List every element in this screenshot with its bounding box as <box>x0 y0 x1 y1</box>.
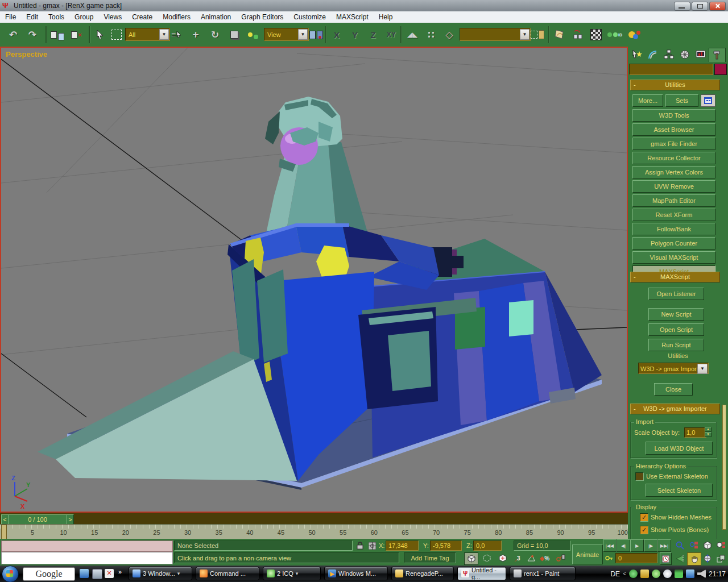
tab-create-icon[interactable] <box>629 48 645 61</box>
menu-item-8[interactable]: Graph Editors <box>236 12 288 23</box>
select-skeleton-button[interactable]: Select Skeleton <box>646 484 713 497</box>
redo-button[interactable]: ↷ <box>24 26 41 43</box>
time-next-button[interactable]: > <box>67 514 74 525</box>
angle-snap-triangle-icon[interactable] <box>524 552 537 564</box>
x-coord-field[interactable]: 17,348 <box>386 541 419 551</box>
restrict-z-button[interactable]: Z <box>365 26 381 43</box>
z-coord-field[interactable]: 0,0 <box>473 541 502 551</box>
menu-item-10[interactable]: MAXScript <box>331 12 374 23</box>
tab-utilities-icon[interactable] <box>709 48 726 62</box>
tab-display-icon[interactable] <box>693 48 709 61</box>
taskbar-button-1[interactable]: Command ... <box>196 567 259 580</box>
playback-button-3[interactable]: |▶ <box>644 539 657 552</box>
angle-snap-icon[interactable]: ◞3 <box>511 552 524 564</box>
taskbar-button-4[interactable]: RenegadeP... <box>391 567 454 580</box>
time-slider-track[interactable]: < 0 / 100 > <box>0 513 628 525</box>
viewport-canvas[interactable]: Z Y X <box>1 48 627 512</box>
start-button[interactable] <box>2 566 19 582</box>
restrict-y-button[interactable]: Y <box>347 26 363 43</box>
select-by-name-icon[interactable]: ≡ <box>168 26 184 43</box>
dropdown-arrow-icon[interactable]: ▼ <box>520 29 530 40</box>
track-view-icon[interactable] <box>552 26 568 43</box>
volume-tray-icon[interactable] <box>697 569 706 578</box>
track-bar[interactable]: 5101520253035404550556065707580859095100 <box>0 524 628 539</box>
menu-item-5[interactable]: Create <box>127 12 158 23</box>
close-utility-button[interactable]: Close <box>654 383 693 396</box>
playback-button-0[interactable]: |◀◀ <box>603 539 617 552</box>
utilities-rollout-header[interactable]: -Utilities <box>630 80 720 90</box>
show-hidden-meshes-checkbox[interactable]: ✓ <box>640 513 648 522</box>
update-tray-icon[interactable] <box>629 569 638 578</box>
snap-toggle-3d-icon[interactable] <box>464 552 478 565</box>
time-slider-button[interactable]: 0 / 100 <box>8 514 67 525</box>
dropdown-arrow-icon[interactable]: ▼ <box>298 29 308 40</box>
clock[interactable]: 21:17 <box>709 570 726 578</box>
utility-button-4[interactable]: Assign Vertex Colors <box>632 166 715 178</box>
unlink-icon[interactable]: ✕ <box>68 26 85 43</box>
playback-button-1[interactable]: ◀| <box>617 539 630 552</box>
reference-coordinate-dropdown[interactable]: View▼ <box>264 28 309 41</box>
utility-button-3[interactable]: Resource Collector <box>632 152 715 164</box>
dropdown-arrow-icon[interactable]: ▼ <box>159 29 169 40</box>
utility-button-1[interactable]: Asset Browser <box>632 123 715 136</box>
restrict-xy-plane-button[interactable]: XY <box>383 26 399 43</box>
load-w3d-button[interactable]: Load W3D Object <box>646 442 713 455</box>
pan-view-icon[interactable] <box>687 552 701 566</box>
dropdown-arrow-icon[interactable]: ▼ <box>697 364 708 374</box>
signal-tray-icon[interactable] <box>675 569 683 578</box>
min-max-toggle-icon[interactable] <box>714 552 727 564</box>
menu-item-7[interactable]: Animation <box>196 12 236 23</box>
maxscript-button-3[interactable]: Run Script <box>648 339 704 351</box>
viewport-label[interactable]: Perspective <box>6 50 47 59</box>
restore-button[interactable] <box>692 2 708 11</box>
importer-rollout-header[interactable]: -W3D -> gmax Importer <box>630 404 720 414</box>
playback-button-4[interactable]: ▶▶| <box>657 539 671 552</box>
select-and-scale-icon[interactable] <box>226 26 242 43</box>
utility-button-10[interactable]: Visual MAXScript <box>632 251 715 264</box>
menu-item-4[interactable]: Views <box>98 12 127 23</box>
macro-recorder-field[interactable] <box>1 541 173 552</box>
render-scene-icon[interactable]: ID <box>606 26 623 43</box>
maxscript-rollout-header[interactable]: -MAXScript <box>630 272 720 282</box>
utility-button-6[interactable]: MapPath Editor <box>632 194 715 207</box>
key-mode-icon[interactable] <box>604 553 614 563</box>
more-button[interactable]: More... <box>632 94 663 107</box>
use-external-skeleton-checkbox[interactable] <box>635 472 644 481</box>
listener-input-field[interactable] <box>1 552 173 564</box>
utility-button-2[interactable]: gmax File Finder <box>632 138 715 150</box>
show-desktop-icon[interactable] <box>80 569 89 578</box>
add-time-tag-field[interactable]: Add Time Tag <box>404 552 456 563</box>
mirror-icon[interactable]: ◢◣ <box>404 26 421 43</box>
show-pivots-checkbox[interactable]: ✓ <box>640 526 648 534</box>
taskbar-button-2[interactable]: 2 ICQ▾ <box>263 567 321 580</box>
select-link-icon[interactable] <box>49 26 66 43</box>
select-object-icon[interactable] <box>92 26 108 43</box>
sets-button[interactable]: Sets <box>665 94 698 107</box>
window-switcher-icon[interactable] <box>92 569 102 579</box>
percent-snap-icon[interactable]: ◆% <box>538 552 551 564</box>
quick-launch-overflow[interactable]: » <box>118 568 122 575</box>
menu-item-0[interactable]: File <box>0 12 21 23</box>
scale-value-field[interactable]: 1,0 <box>684 427 706 438</box>
tray-collapse-arrow[interactable]: < <box>623 571 626 577</box>
maxscript-button-2[interactable]: Open Script <box>648 323 704 336</box>
close-button[interactable] <box>709 2 726 11</box>
tab-hierarchy-icon[interactable] <box>661 48 677 61</box>
select-and-move-icon[interactable]: + <box>188 26 204 43</box>
absolute-offset-toggle-icon[interactable] <box>367 541 377 551</box>
rectangular-selection-icon[interactable] <box>109 26 124 43</box>
maxscript-button-1[interactable]: New Script <box>648 308 704 321</box>
array-icon[interactable]: ∷ <box>423 26 439 43</box>
utility-button-0[interactable]: W3D Tools <box>632 109 715 122</box>
named-selection-dropdown[interactable]: ▼ <box>460 28 531 41</box>
undo-button[interactable]: ↶ <box>5 26 22 43</box>
utility-button-5[interactable]: UVW Remove <box>632 180 715 193</box>
align-icon[interactable]: ◇ <box>441 26 457 43</box>
utility-button-8[interactable]: Follow/Bank <box>632 223 715 235</box>
menu-item-3[interactable]: Group <box>69 12 98 23</box>
title-bar[interactable]: Ψ Untitled - gmax - [RenX game pack] <box>0 0 728 11</box>
google-search-box[interactable]: Google <box>23 567 75 581</box>
menu-item-6[interactable]: Modifiers <box>158 12 196 23</box>
playback-button-2[interactable]: ▶ <box>630 539 644 552</box>
time-configuration-icon[interactable] <box>660 552 672 565</box>
